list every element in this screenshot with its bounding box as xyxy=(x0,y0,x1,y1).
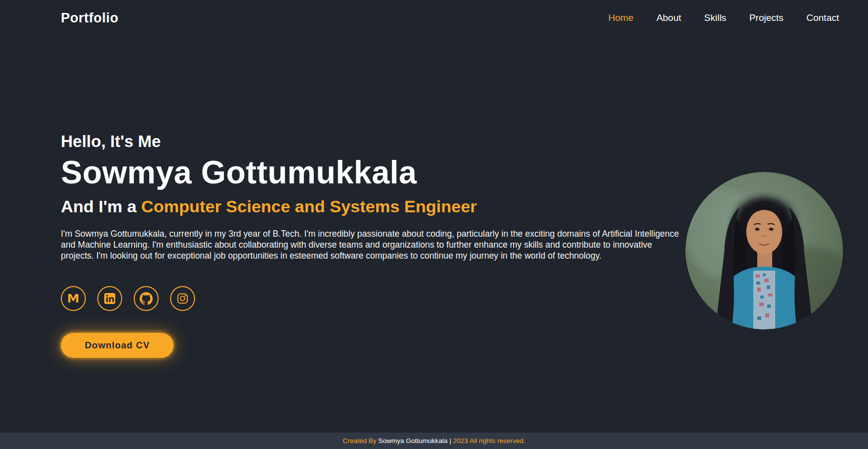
header: Portfolio Home About Skills Projects Con… xyxy=(0,0,868,36)
profile-photo-illustration xyxy=(685,172,843,329)
hero-greeting: Hello, It's Me xyxy=(61,132,689,151)
nav-item-about[interactable]: About xyxy=(656,12,681,23)
hero-role-highlight: Computer Science and Systems Engineer xyxy=(141,197,477,216)
download-cv-button[interactable]: Download CV xyxy=(61,333,174,358)
footer: Created By Sowmya Gottumukkala | 2023 Al… xyxy=(0,433,868,449)
email-m-icon[interactable]: M xyxy=(61,286,86,311)
logo: Portfolio xyxy=(61,10,118,26)
hero-role: And I'm a Computer Science and Systems E… xyxy=(61,195,689,217)
linkedin-icon[interactable] xyxy=(97,286,122,311)
hero-section: Hello, It's Me Sowmya Gottumukkala And I… xyxy=(61,132,689,358)
footer-author: Sowmya Gottumukkala xyxy=(378,437,447,445)
instagram-icon[interactable] xyxy=(170,286,195,311)
main-nav: Home About Skills Projects Contact xyxy=(608,12,839,23)
social-links: M xyxy=(61,286,689,311)
profile-photo xyxy=(685,172,843,329)
nav-item-skills[interactable]: Skills xyxy=(704,12,726,23)
nav-item-projects[interactable]: Projects xyxy=(749,12,784,23)
nav-item-contact[interactable]: Contact xyxy=(807,12,839,23)
footer-rights: 2023 All rights reserved. xyxy=(453,437,525,445)
github-icon[interactable] xyxy=(134,286,159,311)
hero-name: Sowmya Gottumukkala xyxy=(61,154,689,190)
hero-description: I'm Sowmya Gottumukkala, currently in my… xyxy=(61,228,682,261)
nav-item-home[interactable]: Home xyxy=(608,12,634,23)
footer-created-by: Created By xyxy=(343,437,378,445)
hero-role-prefix: And I'm a xyxy=(61,197,141,216)
footer-separator: | xyxy=(447,437,453,445)
